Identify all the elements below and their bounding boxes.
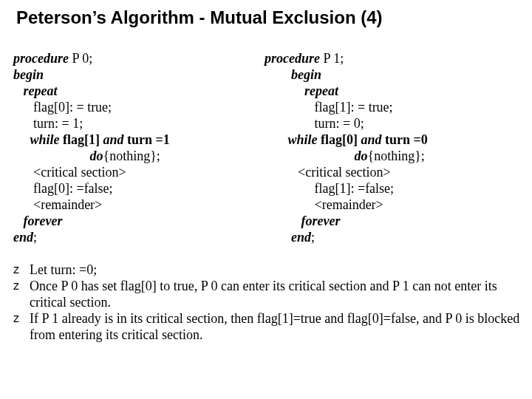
kw-and: and bbox=[103, 132, 124, 147]
kw-forever: forever bbox=[24, 214, 63, 228]
proc-name-p0: P 0; bbox=[69, 51, 92, 66]
kw-while: while bbox=[30, 132, 60, 147]
stmt-flag1-true: flag[1]: = true; bbox=[315, 99, 393, 115]
cond-flag1: flag[1] bbox=[60, 132, 103, 147]
bullet-mark-icon: z bbox=[13, 310, 30, 327]
stmt-flag0-true: flag[0]: = true; bbox=[33, 99, 112, 115]
procedure-p1: procedure P 1; begin repeat flag[1]: = t… bbox=[265, 34, 501, 245]
stmt-critical-section: <critical section> bbox=[298, 165, 391, 180]
kw-repeat: repeat bbox=[24, 83, 58, 98]
kw-while: while bbox=[288, 132, 318, 147]
kw-repeat: repeat bbox=[304, 83, 338, 98]
kw-do: do bbox=[90, 149, 103, 163]
cond-turn-1: turn =1 bbox=[124, 132, 170, 147]
stmt-nothing: {nothing}; bbox=[103, 149, 160, 163]
bullet-list: z Let turn: =0; z Once P 0 has set flag[… bbox=[13, 262, 522, 343]
end-semicolon: ; bbox=[33, 230, 37, 245]
bullet-item-3: z If P 1 already is in its critical sect… bbox=[13, 310, 522, 343]
kw-begin: begin bbox=[291, 67, 321, 82]
end-semicolon: ; bbox=[311, 230, 315, 245]
stmt-nothing: {nothing}; bbox=[368, 149, 425, 163]
cond-turn-0: turn =0 bbox=[382, 132, 428, 147]
bullet-item-2: z Once P 0 has set flag[0] to true, P 0 … bbox=[13, 278, 522, 310]
kw-and: and bbox=[361, 132, 382, 147]
bullet-mark-icon: z bbox=[13, 262, 30, 278]
procedure-p0: procedure P 0; begin repeat flag[0]: = t… bbox=[13, 34, 235, 245]
stmt-flag1-false: flag[1]: =false; bbox=[315, 181, 395, 196]
kw-end: end bbox=[291, 230, 311, 245]
slide-title: Peterson’s Algorithm - Mutual Exclusion … bbox=[16, 7, 522, 28]
kw-begin: begin bbox=[13, 67, 44, 82]
bullet-item-1: z Let turn: =0; bbox=[13, 262, 522, 278]
stmt-remainder: <remainder> bbox=[33, 197, 102, 212]
stmt-remainder: <remainder> bbox=[315, 197, 383, 212]
bullet-text-1: Let turn: =0; bbox=[30, 262, 522, 278]
kw-do: do bbox=[355, 149, 368, 163]
stmt-turn-0: turn: = 0; bbox=[315, 116, 364, 131]
stmt-critical-section: <critical section> bbox=[33, 165, 126, 180]
kw-procedure: procedure bbox=[13, 51, 69, 66]
stmt-turn-1: turn: = 1; bbox=[33, 116, 83, 131]
stmt-flag0-false: flag[0]: =false; bbox=[33, 181, 113, 196]
cond-flag0: flag[0] bbox=[318, 132, 361, 147]
kw-end: end bbox=[13, 230, 33, 245]
code-columns: procedure P 0; begin repeat flag[0]: = t… bbox=[10, 34, 522, 245]
kw-forever: forever bbox=[301, 214, 341, 228]
bullet-mark-icon: z bbox=[13, 278, 30, 294]
bullet-text-2: Once P 0 has set flag[0] to true, P 0 ca… bbox=[30, 278, 522, 310]
proc-name-p1: P 1; bbox=[320, 51, 344, 66]
bullet-text-3: If P 1 already is in its critical sectio… bbox=[30, 310, 522, 343]
kw-procedure: procedure bbox=[265, 51, 320, 66]
